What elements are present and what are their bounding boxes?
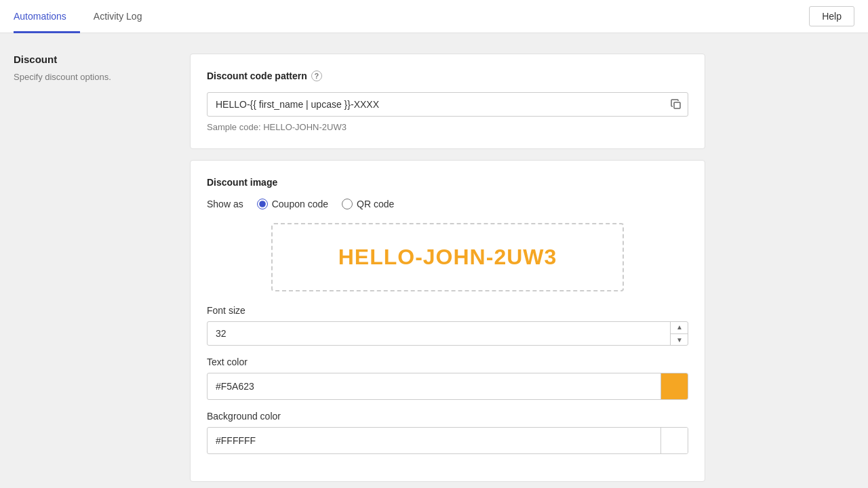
discount-preview-text: HELLO-JOHN-2UW3 <box>338 245 557 270</box>
text-color-label: Text color <box>207 357 688 367</box>
show-as-row: Show as Coupon code QR code <box>207 199 688 209</box>
top-nav: Automations Activity Log Help <box>0 0 868 33</box>
text-color-group: Text color <box>207 357 688 400</box>
font-size-group: Font size ▲ ▼ <box>207 305 688 346</box>
radio-qr-input[interactable] <box>342 199 353 209</box>
discount-image-card: Discount image Show as Coupon code QR co… <box>190 160 705 482</box>
text-color-input[interactable] <box>208 375 660 398</box>
discount-code-input[interactable] <box>207 92 688 117</box>
font-size-stepper: ▲ ▼ <box>670 321 688 346</box>
bg-color-label: Background color <box>207 411 688 422</box>
radio-coupon-input[interactable] <box>257 199 268 209</box>
discount-code-input-wrap <box>207 92 688 117</box>
radio-qr-option[interactable]: QR code <box>342 199 394 209</box>
text-color-swatch[interactable] <box>660 373 688 399</box>
radio-coupon-option[interactable]: Coupon code <box>257 199 328 209</box>
font-size-input[interactable] <box>207 321 688 346</box>
font-size-up-button[interactable]: ▲ <box>671 321 688 334</box>
tab-activity-log[interactable]: Activity Log <box>80 1 156 33</box>
discount-code-title: Discount code pattern ? <box>207 70 688 81</box>
font-size-input-wrap: ▲ ▼ <box>207 321 688 346</box>
radio-qr-label: QR code <box>357 199 394 209</box>
nav-tabs: Automations Activity Log <box>14 0 155 33</box>
font-size-label: Font size <box>207 305 688 316</box>
radio-group: Coupon code QR code <box>257 199 395 209</box>
help-button[interactable]: Help <box>809 6 854 26</box>
discount-code-help-icon[interactable]: ? <box>311 70 322 81</box>
radio-coupon-label: Coupon code <box>272 199 328 209</box>
discount-code-card: Discount code pattern ? Sample code: HEL… <box>190 54 705 149</box>
content-area: Discount code pattern ? Sample code: HEL… <box>190 54 705 488</box>
sample-code-text: Sample code: HELLO-JOHN-2UW3 <box>207 122 688 132</box>
bg-color-group: Background color <box>207 411 688 454</box>
show-as-label: Show as <box>207 199 243 209</box>
copy-icon <box>671 99 682 110</box>
font-size-down-button[interactable]: ▼ <box>671 334 688 346</box>
copy-icon-button[interactable] <box>671 99 682 110</box>
bg-color-swatch[interactable] <box>660 428 688 453</box>
bg-color-input-wrap <box>207 427 688 454</box>
bg-color-input[interactable] <box>208 429 660 452</box>
discount-preview-box: HELLO-JOHN-2UW3 <box>271 223 624 291</box>
text-color-input-wrap <box>207 373 688 400</box>
tab-automations[interactable]: Automations <box>14 1 80 33</box>
discount-image-title: Discount image <box>207 177 688 188</box>
main-layout: Discount Specify discount options. Disco… <box>0 33 868 488</box>
sidebar: Discount Specify discount options. <box>14 54 170 488</box>
sidebar-desc: Specify discount options. <box>14 70 170 84</box>
svg-rect-0 <box>674 102 680 108</box>
sidebar-title: Discount <box>14 54 170 65</box>
